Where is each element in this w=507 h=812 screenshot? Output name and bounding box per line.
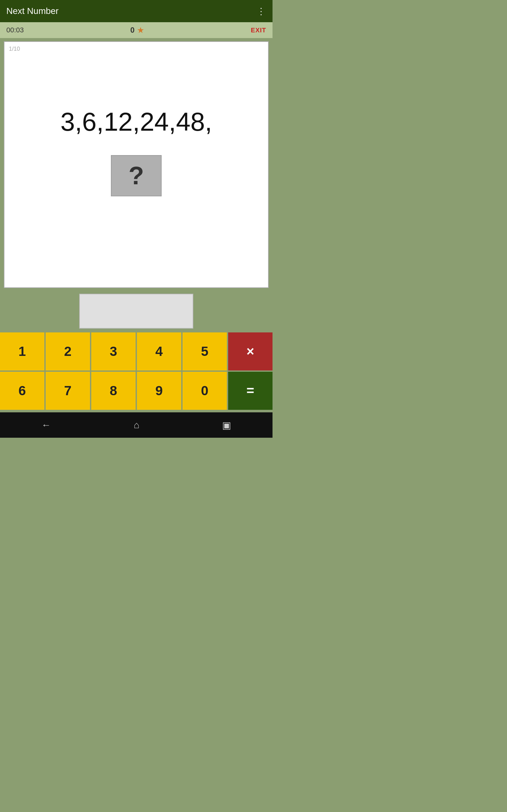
key-5[interactable]: 5	[182, 333, 227, 370]
key-4[interactable]: 4	[137, 333, 181, 370]
key-7[interactable]: 7	[46, 372, 90, 410]
key-1[interactable]: 1	[0, 333, 44, 370]
sequence-text: 3,6,12,24,48,	[60, 107, 212, 136]
key-8[interactable]: 8	[91, 372, 135, 410]
score-number: 0	[130, 26, 134, 35]
top-bar: Next Number ⋮	[0, 0, 273, 22]
home-button[interactable]: ⌂	[134, 420, 139, 430]
menu-icon[interactable]: ⋮	[257, 6, 266, 16]
key-delete[interactable]: ×	[228, 333, 273, 370]
key-9[interactable]: 9	[137, 372, 181, 410]
nav-bar: ← ⌂ ▣	[0, 412, 273, 438]
question-area: 1/10 3,6,12,24,48, ?	[4, 41, 269, 288]
key-0[interactable]: 0	[182, 372, 227, 410]
input-display	[79, 294, 193, 328]
question-counter: 1/10	[9, 46, 20, 52]
back-button[interactable]: ←	[42, 420, 51, 430]
status-bar: 00:03 0 ★ EXIT	[0, 22, 273, 38]
timer: 00:03	[6, 26, 24, 34]
recent-button[interactable]: ▣	[222, 420, 231, 431]
exit-button[interactable]: EXIT	[251, 27, 266, 34]
key-3[interactable]: 3	[91, 333, 135, 370]
star-icon: ★	[137, 26, 144, 35]
score-section: 0 ★	[130, 26, 144, 35]
key-enter[interactable]: =	[228, 372, 273, 410]
answer-placeholder[interactable]: ?	[111, 155, 162, 196]
keypad: 1 2 3 4 5 × 6 7 8 9 0 =	[0, 331, 273, 412]
app-title: Next Number	[6, 6, 59, 16]
key-2[interactable]: 2	[46, 333, 90, 370]
key-6[interactable]: 6	[0, 372, 44, 410]
